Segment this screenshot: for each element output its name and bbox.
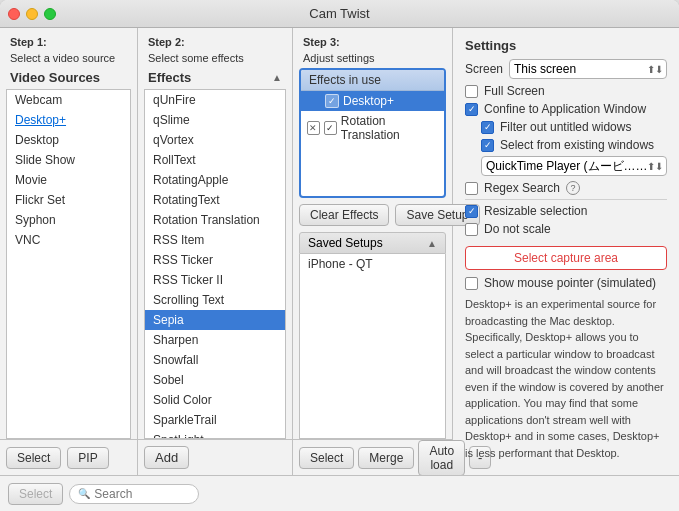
effects-toolbar: Add: [138, 439, 292, 475]
screen-select-wrapper: This screen ⬆⬇: [509, 59, 667, 79]
resizable-checkbox[interactable]: [465, 205, 478, 218]
x-icon-rotation: ✕: [307, 121, 320, 135]
filter-checkbox[interactable]: [481, 121, 494, 134]
step3-sublabel: Adjust settings: [293, 52, 452, 68]
effect-rotatingtext[interactable]: RotatingText: [145, 190, 285, 210]
search-input[interactable]: [94, 487, 244, 501]
titlebar: Cam Twist: [0, 0, 679, 28]
close-button[interactable]: [8, 8, 20, 20]
show-mouse-row: Show mouse pointer (simulated): [465, 276, 667, 290]
source-flickrset[interactable]: Flickr Set: [7, 190, 130, 210]
main-content: Step 1: Select a video source Video Sour…: [0, 28, 679, 475]
saved-setups-chevron-icon: ▲: [427, 238, 437, 249]
step2-label: Step 2:: [138, 36, 292, 52]
sources-list: Webcam Desktop+ Desktop Slide Show Movie…: [6, 89, 131, 439]
regex-label: Regex Search: [484, 181, 560, 195]
select-source-button[interactable]: Select: [6, 447, 61, 469]
divider: [465, 199, 667, 200]
step3-label: Step 3:: [293, 36, 452, 52]
effect-rolltext[interactable]: RollText: [145, 150, 285, 170]
settings-header: Settings: [465, 38, 667, 53]
regex-help-icon[interactable]: ?: [566, 181, 580, 195]
effect-rotation-translation[interactable]: Rotation Translation: [145, 210, 285, 230]
confine-checkbox[interactable]: [465, 103, 478, 116]
confine-label: Confine to Application Window: [484, 102, 646, 116]
full-screen-row: Full Screen: [465, 84, 667, 98]
select-existing-label: Select from existing windows: [500, 138, 654, 152]
select-capture-area-button[interactable]: Select capture area: [465, 246, 667, 270]
checkmark-desktop-icon: ✓: [325, 94, 339, 108]
effects-header: Effects: [148, 70, 272, 85]
bottom-select-button[interactable]: Select: [8, 483, 63, 505]
effects-column: Step 2: Select some effects Effects ▲ qU…: [138, 28, 293, 475]
filter-row: Filter out untitled widows: [465, 120, 667, 134]
screen-label: Screen: [465, 62, 503, 76]
adjust-column: Step 3: Adjust settings Effects in use ✓…: [293, 28, 453, 475]
clear-effects-button[interactable]: Clear Effects: [299, 204, 389, 226]
saved-setups-header: Saved Setups ▲: [299, 232, 446, 254]
sources-header: Video Sources: [0, 68, 137, 89]
window-title: Cam Twist: [309, 6, 369, 21]
select-existing-checkbox[interactable]: [481, 139, 494, 152]
do-not-scale-row: Do not scale: [465, 222, 667, 236]
effect-rotatingapple[interactable]: RotatingApple: [145, 170, 285, 190]
effect-rss-ticker[interactable]: RSS Ticker: [145, 250, 285, 270]
maximize-button[interactable]: [44, 8, 56, 20]
do-not-scale-label: Do not scale: [484, 222, 551, 236]
source-webcam[interactable]: Webcam: [7, 90, 130, 110]
resizable-row: Resizable selection: [465, 204, 667, 218]
effect-rss-item[interactable]: RSS Item: [145, 230, 285, 250]
saved-setup-iphone-qt[interactable]: iPhone - QT: [300, 254, 445, 274]
effect-solid-color[interactable]: Solid Color: [145, 390, 285, 410]
pip-button[interactable]: PIP: [67, 447, 108, 469]
effects-in-use-label: Effects in use: [309, 73, 381, 87]
sources-toolbar: Select PIP: [0, 439, 137, 475]
show-mouse-checkbox[interactable]: [465, 277, 478, 290]
effect-in-use-rotation[interactable]: ✕ ✓ Rotation Translation: [301, 111, 444, 145]
quicktime-select[interactable]: QuickTime Player (ムービ……: [481, 156, 667, 176]
effect-qvortex[interactable]: qVortex: [145, 130, 285, 150]
effects-in-use-box: Effects in use ✓ Desktop+ ✕ ✓ Rotation T…: [299, 68, 446, 198]
source-desktop[interactable]: Desktop: [7, 130, 130, 150]
effect-qslime[interactable]: qSlime: [145, 110, 285, 130]
effect-scrolling-text[interactable]: Scrolling Text: [145, 290, 285, 310]
source-syphon[interactable]: Syphon: [7, 210, 130, 230]
effect-qunfire[interactable]: qUnFire: [145, 90, 285, 110]
effect-sparkletrail[interactable]: SparkleTrail: [145, 410, 285, 430]
select-existing-row: Select from existing windows: [465, 138, 667, 152]
effects-list: qUnFire qSlime qVortex RollText Rotating…: [144, 89, 286, 439]
step1-label: Step 1:: [0, 36, 137, 52]
checkmark-rotation-icon: ✓: [324, 121, 337, 135]
adjust-toolbar: Select Merge Auto load -: [293, 439, 452, 475]
settings-column: Settings Screen This screen ⬆⬇ Full Scre…: [453, 28, 679, 475]
filter-label: Filter out untitled widows: [500, 120, 631, 134]
add-effect-button[interactable]: Add: [144, 446, 189, 469]
source-movie[interactable]: Movie: [7, 170, 130, 190]
effect-sharpen[interactable]: Sharpen: [145, 330, 285, 350]
do-not-scale-checkbox[interactable]: [465, 223, 478, 236]
effect-rss-ticker-ii[interactable]: RSS Ticker II: [145, 270, 285, 290]
source-slideshow[interactable]: Slide Show: [7, 150, 130, 170]
minimize-button[interactable]: [26, 8, 38, 20]
full-screen-checkbox[interactable]: [465, 85, 478, 98]
step2-sublabel: Select some effects: [138, 52, 292, 68]
full-screen-label: Full Screen: [484, 84, 545, 98]
quicktime-row: QuickTime Player (ムービ…… ⬆⬇: [465, 156, 667, 176]
effect-sepia[interactable]: Sepia: [145, 310, 285, 330]
effects-chevron-icon: ▲: [272, 72, 282, 83]
description-text: Desktop+ is an experimental source for b…: [465, 296, 667, 461]
effect-label-rotation: Rotation Translation: [341, 114, 438, 142]
regex-row: Regex Search ?: [465, 181, 667, 195]
effect-in-use-desktop-plus[interactable]: ✓ Desktop+: [301, 91, 444, 111]
source-vnc[interactable]: VNC: [7, 230, 130, 250]
confine-row: Confine to Application Window: [465, 102, 667, 116]
effect-sobel[interactable]: Sobel: [145, 370, 285, 390]
effect-spotlight[interactable]: SpotLight: [145, 430, 285, 439]
source-desktop-plus[interactable]: Desktop+: [7, 110, 130, 130]
effect-snowfall[interactable]: Snowfall: [145, 350, 285, 370]
select-adjust-button[interactable]: Select: [299, 447, 354, 469]
search-box: 🔍: [69, 484, 199, 504]
screen-select[interactable]: This screen: [509, 59, 667, 79]
merge-button[interactable]: Merge: [358, 447, 414, 469]
regex-checkbox[interactable]: [465, 182, 478, 195]
